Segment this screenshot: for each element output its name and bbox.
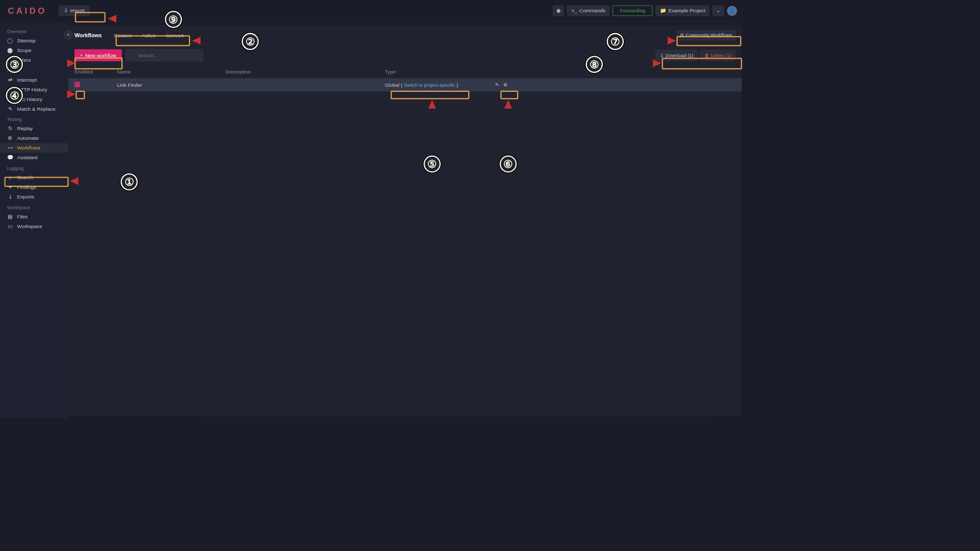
type-suffix: ) <box>455 82 458 88</box>
col-type-header: Type <box>385 69 494 74</box>
community-workflows-button[interactable]: ⧉ Community Workflows <box>677 30 736 40</box>
section-logging: Logging <box>0 162 68 172</box>
edit-button[interactable]: ✎ <box>494 82 501 89</box>
match-replace-icon: ✎ <box>7 106 13 111</box>
exports-icon: ⤓ <box>7 194 13 199</box>
project-selector[interactable]: 📁 Example Project <box>656 6 709 16</box>
files-icon: ▤ <box>7 214 13 219</box>
toolbar: + New workflow ⇩ Download (1) 🗑 Delete (… <box>68 44 742 66</box>
delete-button[interactable]: 🗑 Delete (1) <box>700 50 736 61</box>
cell-actions: ✎ ⧉ <box>494 82 532 89</box>
assistant-icon: 💬 <box>7 155 13 160</box>
section-proxy: Proxy <box>0 65 68 75</box>
sidebar-item-replay[interactable]: ↻Replay <box>0 123 68 133</box>
external-link-icon: ⧉ <box>680 33 684 38</box>
sidebar-item-ws-history[interactable]: ⇆WS History <box>0 94 68 104</box>
chevron-left-icon: « <box>67 33 69 37</box>
help-button[interactable]: ◉ <box>553 6 564 16</box>
replay-icon: ↻ <box>7 126 13 131</box>
search-input[interactable] <box>126 49 203 62</box>
import-label: Import <box>70 8 84 13</box>
header-right: ◉ >_ Commands Forwarding 📁 Example Proje… <box>553 6 737 16</box>
sidebar-item-label: Workspace <box>17 223 42 229</box>
commands-button[interactable]: >_ Commands <box>567 6 609 16</box>
sidebar-item-label: Exports <box>17 194 34 199</box>
automate-icon: ⚙ <box>7 135 13 141</box>
tab-active[interactable]: Active <box>140 32 157 39</box>
sidebar-item-scope[interactable]: ⬤Scope <box>0 45 68 55</box>
filters-icon: ≡ <box>7 57 13 63</box>
sidebar-item-files[interactable]: ▤Files <box>0 212 68 221</box>
enabled-checkbox[interactable] <box>75 82 80 87</box>
scope-icon: ⬤ <box>7 47 13 53</box>
section-testing: Testing <box>0 114 68 124</box>
tab-passive[interactable]: Passive <box>113 32 134 39</box>
search-wrap <box>126 49 203 62</box>
cell-enabled <box>75 82 117 88</box>
new-workflow-button[interactable]: + New workflow <box>75 49 122 62</box>
community-label: Community Workflows <box>686 33 732 38</box>
col-desc-header: Description <box>226 69 385 74</box>
sidebar-item-http-history[interactable]: ≣HTTP History <box>0 85 68 94</box>
table-row[interactable]: Link Finder Global ( Switch to project-s… <box>68 79 742 92</box>
table-header: Enabled Name Description Type <box>68 66 742 78</box>
sidebar-item-label: Search <box>17 174 33 180</box>
section-workspace: Workspace <box>0 202 68 212</box>
sidebar-item-automate[interactable]: ⚙Automate <box>0 133 68 143</box>
user-icon: 👤 <box>728 7 736 14</box>
sidebar-item-workflows[interactable]: ⊶Workflows <box>0 143 68 153</box>
logo: CAIDO <box>8 6 47 16</box>
sidebar: Overview ◯Sitemap ⬤Scope ≡Filters Proxy … <box>0 22 68 419</box>
sidebar-item-label: Scope <box>17 47 31 53</box>
sidebar-item-findings[interactable]: ✦Findings <box>0 182 68 192</box>
folder-icon: 📁 <box>660 8 666 13</box>
intercept-icon: ⇄ <box>7 77 13 82</box>
sidebar-item-label: WS History <box>17 96 42 102</box>
tabbar: Workflows Passive Active Convert ⧉ Commu… <box>68 25 742 45</box>
sidebar-item-label: Intercept <box>17 77 36 82</box>
download-button[interactable]: ⇩ Download (1) <box>655 50 697 61</box>
sidebar-item-search[interactable]: ⌕Search <box>0 172 68 182</box>
ws-history-icon: ⇆ <box>7 96 13 102</box>
sidebar-item-label: Automate <box>17 135 38 141</box>
edit-icon: ✎ <box>495 82 499 88</box>
commands-label: Commands <box>579 8 605 13</box>
trash-icon: 🗑 <box>704 53 709 58</box>
tab-convert[interactable]: Convert <box>164 32 185 39</box>
forwarding-label: Forwarding <box>620 8 645 13</box>
download-icon: ⇩ <box>660 53 664 58</box>
http-history-icon: ≣ <box>7 86 13 92</box>
import-button[interactable]: ⇩ Import <box>59 6 90 16</box>
sidebar-item-intercept[interactable]: ⇄Intercept <box>0 75 68 85</box>
cell-name: Link Finder <box>117 82 226 88</box>
section-overview: Overview <box>0 26 68 36</box>
sidebar-item-label: Assistant <box>17 155 37 160</box>
sidebar-item-assistant[interactable]: 💬Assistant <box>0 153 68 162</box>
delete-label: Delete (1) <box>711 53 731 58</box>
import-icon: ⇩ <box>64 8 68 13</box>
sidebar-item-label: Filters <box>17 57 31 63</box>
sidebar-item-workspace[interactable]: ▭Workspace <box>0 221 68 231</box>
workspace-icon: ▭ <box>7 223 13 229</box>
copy-icon: ⧉ <box>504 82 507 88</box>
sidebar-item-label: Sitemap <box>17 38 35 43</box>
main-panel: Workflows Passive Active Convert ⧉ Commu… <box>68 25 742 416</box>
cell-type: Global ( Switch to project-specific ) <box>385 82 494 88</box>
forwarding-button[interactable]: Forwarding <box>612 6 652 16</box>
project-dropdown[interactable]: ⌄ <box>713 6 724 16</box>
sidebar-item-label: Replay <box>17 126 33 131</box>
sidebar-item-filters[interactable]: ≡Filters <box>0 55 68 65</box>
findings-icon: ✦ <box>7 184 13 190</box>
project-label: Example Project <box>669 8 705 13</box>
sidebar-item-label: Match & Replace <box>17 106 55 111</box>
chevron-down-icon: ⌄ <box>716 8 720 13</box>
sitemap-icon: ◯ <box>7 38 13 43</box>
copy-button[interactable]: ⧉ <box>502 82 509 89</box>
sidebar-item-exports[interactable]: ⤓Exports <box>0 192 68 202</box>
plus-icon: + <box>80 53 83 58</box>
sidebar-item-sitemap[interactable]: ◯Sitemap <box>0 36 68 45</box>
user-avatar[interactable]: 👤 <box>727 6 737 16</box>
sidebar-item-match-replace[interactable]: ✎Match & Replace <box>0 104 68 114</box>
sidebar-collapse[interactable]: « <box>64 30 73 39</box>
switch-scope-link[interactable]: Switch to project-specific <box>404 83 455 88</box>
